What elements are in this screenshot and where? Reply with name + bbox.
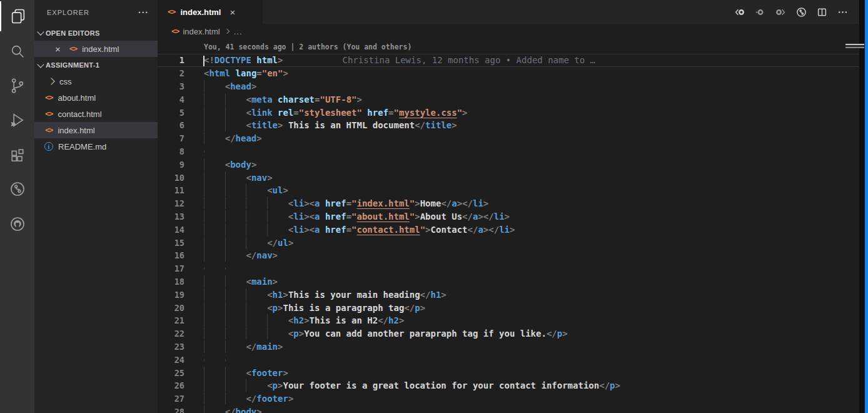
- code-line[interactable]: 17: [158, 262, 859, 275]
- line-content[interactable]: <link rel="stylesheet" href="mystyle.css…: [204, 108, 468, 118]
- line-content[interactable]: </nav>: [204, 250, 278, 260]
- code-line[interactable]: 14 <li><a href="contact.html">Contact</a…: [158, 223, 859, 236]
- gitlens-codelens[interactable]: You, 41 seconds ago | 2 authors (You and…: [158, 39, 859, 54]
- code-line[interactable]: 5 <link rel="stylesheet" href="mystyle.c…: [158, 106, 859, 119]
- line-number: 10: [158, 173, 184, 183]
- code-line[interactable]: 27 </footer>: [158, 392, 859, 405]
- project-folder-header[interactable]: ASSIGNMENT-1: [34, 57, 158, 73]
- code-line[interactable]: 23 </main>: [158, 340, 859, 354]
- code-editor[interactable]: You, 41 seconds ago | 2 authors (You and…: [158, 39, 859, 413]
- line-content[interactable]: <main>: [204, 277, 278, 287]
- code-line[interactable]: 10 <nav>: [158, 171, 859, 184]
- indent-guide: [204, 367, 204, 379]
- indent-guide: [246, 184, 246, 196]
- line-content[interactable]: <h1>This is your main heading</h1>: [204, 290, 447, 300]
- explorer-icon[interactable]: [0, 1, 34, 31]
- close-icon[interactable]: ×: [230, 8, 235, 17]
- open-previous-change-icon[interactable]: [734, 7, 745, 18]
- html-file-icon: <>: [45, 110, 53, 118]
- code-line[interactable]: 20 <p>This is a paragraph tag</p>: [158, 301, 859, 314]
- tree-item-index-html[interactable]: <> index.html: [34, 122, 158, 138]
- search-icon[interactable]: [0, 36, 34, 66]
- line-content[interactable]: <h2>This is an H2</h2>: [204, 315, 404, 325]
- code-line[interactable]: 18 <main>: [158, 275, 859, 288]
- code-line[interactable]: 6 <title> This is an HTML document</titl…: [158, 119, 859, 132]
- tree-item-contact-html[interactable]: <> contact.html: [34, 106, 158, 122]
- indent-guide: [204, 327, 204, 340]
- code-line[interactable]: 12 <li><a href="index.html">Home</a></li…: [158, 197, 859, 210]
- line-content[interactable]: </footer>: [204, 394, 293, 404]
- code-line[interactable]: 15 </ul>: [158, 236, 859, 249]
- code-line[interactable]: 22 <p>You can add another parapraph tag …: [158, 327, 859, 340]
- code-line[interactable]: 3 <head>: [158, 80, 859, 93]
- breadcrumb-symbol[interactable]: ...: [234, 27, 243, 36]
- indent-guide: [246, 197, 246, 210]
- code-line[interactable]: 16 </nav>: [158, 249, 859, 262]
- code-line[interactable]: 8: [158, 145, 859, 158]
- line-content[interactable]: <meta charset="UTF-8">: [204, 94, 362, 105]
- tab-index-html[interactable]: <> index.html ×: [158, 0, 263, 24]
- code-line[interactable]: 1<!DOCTYPE html>Christina Lewis, 12 mont…: [158, 54, 859, 67]
- overview-ruler-cursor-marker: [845, 44, 864, 48]
- chevron-right-icon: [48, 78, 54, 84]
- tree-item-readme-md[interactable]: i README.md: [34, 138, 158, 155]
- line-content[interactable]: <html lang="en">: [204, 68, 288, 78]
- line-content[interactable]: </main>: [204, 342, 283, 352]
- line-content[interactable]: <p>This is a paragraph tag</p>: [204, 303, 425, 313]
- open-editors-section-header[interactable]: OPEN EDITORS: [34, 25, 158, 41]
- line-content[interactable]: <li><a href="about.html">About Us</a></l…: [204, 212, 510, 222]
- line-content[interactable]: <body>: [204, 160, 256, 170]
- tree-item-css-folder[interactable]: css: [34, 73, 158, 89]
- tab-bar: <> index.html ×: [158, 0, 859, 24]
- line-content[interactable]: <footer>: [204, 368, 288, 378]
- split-editor-icon[interactable]: [817, 7, 827, 18]
- line-content[interactable]: <li><a href="contact.html">Contact</a></…: [204, 225, 515, 235]
- code-line[interactable]: 26 <p>Your footer is a great location fo…: [158, 379, 859, 392]
- github-icon[interactable]: [0, 209, 34, 239]
- gitlens-icon[interactable]: [0, 174, 34, 204]
- line-content[interactable]: <ul>: [204, 185, 288, 195]
- indent-guide: [246, 314, 246, 327]
- sidebar-more-actions-icon[interactable]: ···: [138, 8, 149, 18]
- open-changes-icon[interactable]: [755, 7, 765, 18]
- source-control-icon[interactable]: [0, 71, 34, 101]
- code-line[interactable]: 13 <li><a href="about.html">About Us</a>…: [158, 210, 859, 223]
- code-line[interactable]: 11 <ul>: [158, 184, 859, 197]
- line-content[interactable]: </ul>: [204, 238, 293, 248]
- line-content[interactable]: <head>: [204, 81, 256, 91]
- tree-item-about-html[interactable]: <> about.html: [34, 89, 158, 106]
- line-content[interactable]: <li><a href="index.html">Home</a></li>: [204, 198, 488, 208]
- line-content[interactable]: </body>: [204, 407, 262, 413]
- code-line[interactable]: 4 <meta charset="UTF-8">: [158, 93, 859, 106]
- line-content[interactable]: <!DOCTYPE html>Christina Lewis, 12 month…: [204, 55, 595, 65]
- close-icon[interactable]: ×: [55, 44, 61, 54]
- line-content[interactable]: <title> This is an HTML document</title>: [204, 120, 457, 130]
- code-line[interactable]: 19 <h1>This is your main heading</h1>: [158, 288, 859, 301]
- code-line[interactable]: 9 <body>: [158, 158, 859, 171]
- code-line[interactable]: 21 <h2>This is an H2</h2>: [158, 314, 859, 327]
- code-line[interactable]: 25 <footer>: [158, 366, 859, 379]
- open-next-change-icon[interactable]: [775, 7, 786, 18]
- line-content[interactable]: <p>Your footer is a great location for y…: [204, 380, 620, 390]
- gitlens-blame-icon[interactable]: [796, 7, 807, 18]
- extensions-icon[interactable]: [0, 141, 34, 171]
- indent-guide: [204, 80, 204, 93]
- code-line[interactable]: 7 </head>: [158, 132, 859, 145]
- code-line[interactable]: 24: [158, 353, 859, 366]
- overview-ruler[interactable]: [859, 0, 865, 413]
- run-and-debug-icon[interactable]: [0, 105, 34, 135]
- line-content[interactable]: <nav>: [204, 173, 273, 183]
- code-line[interactable]: 2<html lang="en">: [158, 67, 859, 80]
- indent-guide: [225, 359, 226, 361]
- chevron-down-icon: [37, 28, 44, 35]
- chevron-down-icon: [37, 61, 44, 68]
- code-line[interactable]: 28 </body>: [158, 405, 859, 413]
- breadcrumb-file[interactable]: index.html: [183, 27, 220, 36]
- open-editor-item-index-html[interactable]: × <> index.html: [34, 41, 158, 57]
- indent-guide: [204, 314, 204, 327]
- line-content[interactable]: <p>You can add another parapraph tag if …: [204, 329, 568, 339]
- breadcrumb: <> index.html ...: [158, 24, 859, 39]
- indent-guide: [204, 288, 204, 301]
- line-content[interactable]: </head>: [204, 133, 262, 143]
- more-actions-icon[interactable]: [837, 7, 848, 18]
